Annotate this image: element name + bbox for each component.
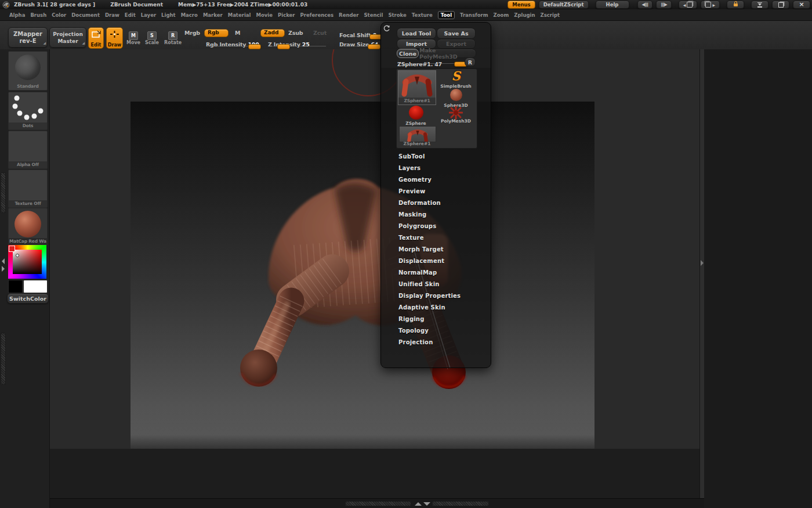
current-material-thumbnail[interactable]: MatCap Red Wa [8, 208, 48, 246]
r-button[interactable]: R [465, 57, 476, 67]
menu-alpha[interactable]: Alpha [9, 12, 25, 18]
section-normalmap[interactable]: NormalMap [398, 267, 487, 279]
load-tool-button[interactable]: Load Tool [397, 28, 436, 39]
menu-document[interactable]: Document [71, 12, 100, 18]
save-as-button[interactable]: Save As [437, 28, 476, 39]
section-layers[interactable]: Layers [398, 163, 487, 174]
menu-layer[interactable]: Layer [141, 12, 156, 18]
switch-color-button[interactable]: SwitchColor [7, 293, 49, 304]
section-geometry[interactable]: Geometry [398, 174, 487, 186]
menu-draw[interactable]: Draw [105, 12, 119, 18]
section-texture[interactable]: Texture [398, 232, 487, 244]
menus-button[interactable]: Menus [507, 1, 535, 9]
menu-color[interactable]: Color [52, 12, 66, 18]
clone-button[interactable]: Clone [397, 49, 419, 58]
scale-button[interactable]: S Scale [144, 28, 160, 47]
color-picker[interactable] [8, 245, 46, 279]
menu-zscript[interactable]: Zscript [541, 12, 560, 18]
menu-brush[interactable]: Brush [30, 12, 46, 18]
zsub-button[interactable]: Zsub [288, 30, 303, 36]
rgb-intensity-slider[interactable]: Rgb Intensity 100 [206, 38, 261, 48]
projection-master-button[interactable]: Projection Master ◢ [49, 27, 86, 48]
sphere3d-tool[interactable]: Sphere3D [436, 89, 476, 107]
section-rigging[interactable]: Rigging [398, 314, 487, 325]
rgb-intensity-handle[interactable] [248, 44, 261, 49]
bottom-tray-grip[interactable] [345, 501, 411, 506]
rgb-button[interactable]: Rgb [204, 29, 229, 37]
scroll-interface-left-button[interactable]: ◀|||| [637, 1, 653, 9]
scroll-interface-right-button[interactable]: ||||▶ [656, 1, 672, 9]
draw-button[interactable]: Draw [106, 27, 123, 49]
zcut-button[interactable]: Zcut [313, 30, 327, 36]
menu-picker[interactable]: Picker [278, 12, 295, 18]
document-canvas[interactable] [130, 102, 594, 449]
rotate-button[interactable]: R Rotate [164, 28, 182, 47]
z-intensity-slider[interactable]: Z Intensity 25 [268, 38, 326, 48]
left-tray-grip[interactable] [1, 172, 6, 213]
tray-down-arrow-icon[interactable] [423, 502, 430, 506]
menu-marker[interactable]: Marker [203, 12, 223, 18]
section-topology[interactable]: Topology [398, 325, 487, 337]
draw-size-handle[interactable] [368, 44, 380, 49]
section-masking[interactable]: Masking [398, 209, 487, 221]
menu-light[interactable]: Light [161, 12, 176, 18]
menu-texture[interactable]: Texture [412, 12, 433, 18]
make-polymesh3d-button[interactable]: Make PolyMesh3D [419, 49, 476, 58]
menu-tool[interactable]: Tool [438, 11, 455, 19]
polymesh3d-tool[interactable]: PolyMesh3D [436, 106, 476, 125]
tray-expand-chevron-icon[interactable] [2, 266, 5, 272]
previous-document-button[interactable]: ◀ [679, 1, 698, 9]
lock-button[interactable] [727, 1, 744, 9]
section-preview[interactable]: Preview [398, 186, 487, 197]
section-deformation[interactable]: Deformation [398, 197, 487, 209]
section-displacement[interactable]: Displacement [398, 255, 487, 267]
zmapper-button[interactable]: ZMapper rev-E ◢ [8, 27, 48, 48]
menu-zoom[interactable]: Zoom [494, 12, 509, 18]
current-brush-thumbnail[interactable]: Standard [8, 51, 48, 91]
active-tool-thumbnail[interactable]: ZSphere#1 [398, 70, 436, 105]
current-stroke-thumbnail[interactable]: Dots [8, 92, 48, 130]
section-adaptive-skin[interactable]: Adaptive Skin [398, 302, 487, 314]
section-display-properties[interactable]: Display Properties [398, 290, 487, 302]
edit-button[interactable]: Edit [88, 27, 104, 49]
secondary-color-swatch[interactable] [8, 280, 23, 293]
menu-preferences[interactable]: Preferences [300, 12, 334, 18]
menu-material[interactable]: Material [228, 12, 251, 18]
z-intensity-handle[interactable] [277, 44, 290, 49]
section-projection[interactable]: Projection [398, 337, 487, 348]
mrgb-button[interactable]: Mrgb [184, 30, 200, 36]
tool-slider[interactable]: ZSphere#1. 47 [397, 57, 464, 66]
section-unified-skin[interactable]: Unified Skin [398, 279, 487, 290]
main-color-swatch[interactable] [23, 280, 48, 293]
close-window-button[interactable]: × [793, 1, 810, 9]
palette-menu-curl-icon[interactable] [383, 25, 390, 33]
menu-stencil[interactable]: Stencil [364, 12, 383, 18]
simplebrush-tool[interactable]: S SimpleBrush [436, 69, 476, 91]
bottom-tray-grip[interactable] [432, 501, 489, 506]
recent-tool-thumbnail[interactable] [399, 126, 436, 142]
draw-size-slider[interactable]: Draw Size 64 [339, 38, 380, 48]
menu-movie[interactable]: Movie [256, 12, 273, 18]
section-polygroups[interactable]: Polygroups [398, 221, 487, 232]
current-alpha-thumbnail[interactable]: Alpha Off [8, 131, 48, 169]
default-zscript-button[interactable]: DefaultZScript [539, 1, 589, 9]
menu-zplugin[interactable]: Zplugin [514, 12, 535, 18]
menu-edit[interactable]: Edit [125, 12, 136, 18]
zadd-button[interactable]: Zadd [260, 29, 285, 37]
current-texture-thumbnail[interactable]: Texture Off [8, 170, 48, 208]
next-document-button[interactable]: ▶ [701, 1, 720, 9]
menu-macro[interactable]: Macro [181, 12, 198, 18]
restore-window-button[interactable] [772, 1, 789, 9]
section-subtool[interactable]: SubTool [398, 151, 487, 163]
tray-collapse-chevron-icon[interactable] [2, 258, 5, 264]
menu-render[interactable]: Render [339, 12, 358, 18]
zsphere-tool[interactable]: ZSphere [397, 106, 435, 125]
m-button[interactable]: M [235, 30, 240, 36]
shrink-button[interactable] [751, 1, 768, 9]
tray-up-arrow-icon[interactable] [415, 502, 422, 506]
menu-stroke[interactable]: Stroke [388, 12, 406, 18]
move-button[interactable]: M Move [125, 28, 142, 47]
help-button[interactable]: Help [596, 1, 629, 9]
menu-transform[interactable]: Transform [460, 12, 488, 18]
section-morph-target[interactable]: Morph Target [398, 244, 487, 255]
